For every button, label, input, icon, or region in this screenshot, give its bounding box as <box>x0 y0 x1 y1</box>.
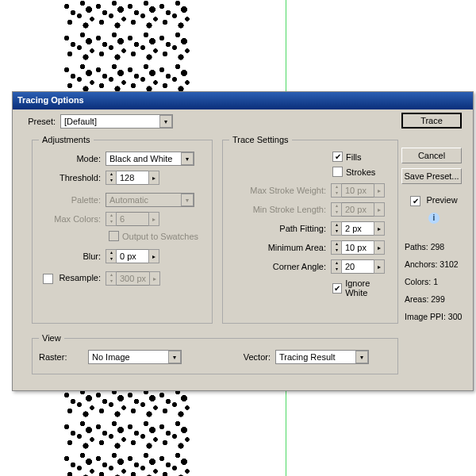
threshold-value[interactable]: 128 <box>117 171 148 185</box>
trace-settings-group: Trace Settings ✔ Fills Strokes Max Strok… <box>222 140 398 324</box>
corner-angle-value[interactable]: 20 <box>342 259 374 274</box>
min-stroke-length-value: 20 px <box>342 202 374 217</box>
preview-label: Preview <box>426 195 457 205</box>
view-group: View Raster: No Image ▾ Vector: Tracing … <box>32 338 398 374</box>
path-fitting-value[interactable]: 2 px <box>342 221 374 236</box>
ignore-white-label: Ignore White <box>345 278 391 298</box>
mode-value: Black and White <box>106 154 181 163</box>
raster-dropdown[interactable]: No Image ▾ <box>88 350 182 364</box>
palette-dropdown: Automatic ▾ <box>106 193 194 207</box>
preset-value: [Default] <box>61 117 159 126</box>
chevron-down-icon: ▾ <box>159 115 172 128</box>
min-stroke-length-label: Min Stroke Length: <box>229 205 331 214</box>
blur-value[interactable]: 0 px <box>117 249 148 263</box>
cancel-button[interactable]: Cancel <box>401 148 462 163</box>
chevron-down-icon: ▾ <box>106 178 116 184</box>
minimum-area-spinner[interactable]: ▴▾ 10 px ▸ <box>331 240 385 255</box>
blur-label: Blur: <box>39 251 106 261</box>
chevron-down-icon: ▾ <box>181 194 194 206</box>
ignore-white-checkbox[interactable]: ✔ <box>332 283 342 294</box>
threshold-spinner[interactable]: ▴▾ 128 ▸ <box>106 171 159 185</box>
chevron-down-icon: ▾ <box>355 351 368 363</box>
preset-label: Preset: <box>21 117 60 126</box>
blur-spinner[interactable]: ▴▾ 0 px ▸ <box>106 249 159 263</box>
minimum-area-label: Minimum Area: <box>229 243 331 252</box>
stat-areas: Areas: 299 <box>405 290 466 308</box>
view-legend: View <box>39 333 64 343</box>
dialog-title[interactable]: Tracing Options <box>13 92 473 109</box>
chevron-down-icon: ▾ <box>181 152 194 165</box>
fills-checkbox[interactable]: ✔ <box>332 152 343 162</box>
strokes-checkbox[interactable] <box>332 167 343 177</box>
save-preset-button[interactable]: Save Preset... <box>401 168 462 184</box>
max-stroke-weight-spinner: ▴▾ 10 px ▸ <box>331 183 385 198</box>
adjustments-legend: Adjustments <box>39 135 94 144</box>
raster-label: Raster: <box>39 352 83 362</box>
max-stroke-weight-label: Max Stroke Weight: <box>229 186 331 195</box>
stat-ppi: Image PPI: 300 <box>405 308 466 325</box>
corner-angle-spinner[interactable]: ▴▾ 20 ▸ <box>331 259 385 274</box>
fills-label: Fills <box>346 152 362 162</box>
resample-label: Resample: <box>59 273 101 282</box>
stat-anchors: Anchors: 3102 <box>405 255 466 273</box>
tracing-options-dialog: Tracing Options Preset: [Default] ▾ Adju… <box>12 91 474 391</box>
max-colors-spinner: ▴▾ 6 ▸ <box>106 212 159 226</box>
threshold-label: Threshold: <box>39 173 106 182</box>
resample-value: 300 px <box>117 271 149 286</box>
chevron-down-icon: ▾ <box>168 351 181 363</box>
mode-label: Mode: <box>39 154 106 163</box>
preview-checkbox[interactable]: ✔ <box>410 196 420 206</box>
chevron-right-icon: ▸ <box>148 171 159 185</box>
mode-dropdown[interactable]: Black and White ▾ <box>106 152 194 166</box>
path-fitting-label: Path Fitting: <box>229 224 331 233</box>
stat-paths: Paths: 298 <box>405 238 466 255</box>
vector-dropdown[interactable]: Tracing Result ▾ <box>275 350 369 364</box>
right-panel: Trace Cancel Save Preset... ✔ Preview i … <box>401 113 466 325</box>
vector-value: Tracing Result <box>276 352 355 362</box>
resample-spinner: ▴▾ 300 px ▸ <box>106 271 160 286</box>
output-swatches-checkbox <box>109 231 119 241</box>
background-pattern-top <box>63 0 190 95</box>
strokes-label: Strokes <box>346 167 375 177</box>
max-colors-label: Max Colors: <box>39 214 106 224</box>
max-colors-value: 6 <box>117 212 148 226</box>
raster-value: No Image <box>89 352 168 362</box>
path-fitting-spinner[interactable]: ▴▾ 2 px ▸ <box>331 221 385 236</box>
trace-button[interactable]: Trace <box>401 113 462 129</box>
resample-checkbox[interactable] <box>43 274 53 284</box>
background-pattern-bottom <box>63 389 190 476</box>
vector-label: Vector: <box>186 352 271 362</box>
max-stroke-weight-value: 10 px <box>342 183 374 198</box>
stat-colors: Colors: 1 <box>405 273 466 290</box>
minimum-area-value[interactable]: 10 px <box>342 240 374 255</box>
corner-angle-label: Corner Angle: <box>229 262 331 271</box>
adjustments-group: Adjustments Mode: Black and White ▾ Thre… <box>32 140 213 324</box>
info-icon: i <box>428 213 440 224</box>
output-swatches-label: Output to Swatches <box>122 232 198 241</box>
min-stroke-length-spinner: ▴▾ 20 px ▸ <box>331 202 385 217</box>
preset-dropdown[interactable]: [Default] ▾ <box>60 114 173 129</box>
palette-label: Palette: <box>39 195 106 205</box>
palette-value: Automatic <box>106 195 181 205</box>
chevron-up-icon: ▴ <box>106 171 116 178</box>
trace-settings-legend: Trace Settings <box>229 135 292 144</box>
